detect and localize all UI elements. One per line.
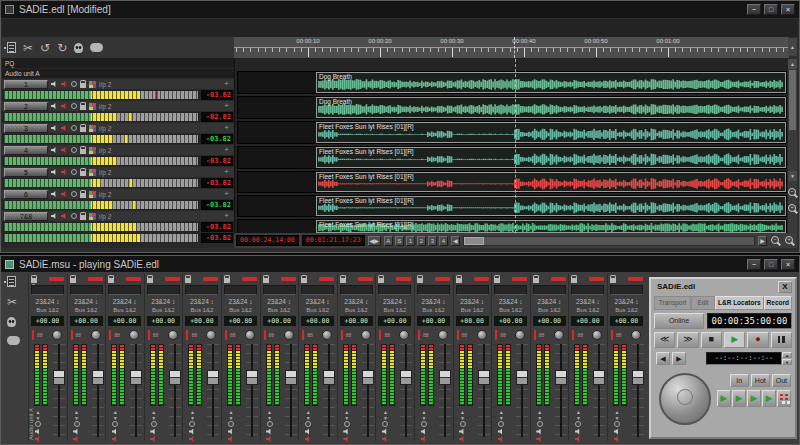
track-header[interactable]: 6 i/p 2 + <box>2 189 234 199</box>
channel-route[interactable]: 23&24 <box>422 298 441 305</box>
record-ready-button[interactable] <box>777 390 791 407</box>
channel-bus[interactable]: Bus 1&2 <box>68 307 105 313</box>
mute-indicator[interactable] <box>512 277 527 281</box>
comment-icon[interactable] <box>90 43 103 52</box>
muted-speaker-icon[interactable] <box>61 213 68 219</box>
audio-clip[interactable]: Fleet Foxes Sun lyt Rises [01][R] <box>316 196 786 216</box>
mute-indicator[interactable] <box>281 277 296 281</box>
triangle-down-icon[interactable]: ▼ <box>499 416 504 420</box>
muted-speaker-icon[interactable] <box>459 436 466 442</box>
tab-transport[interactable]: Transport <box>654 296 691 310</box>
speaker-icon[interactable] <box>459 429 466 435</box>
muted-speaker-icon[interactable] <box>575 436 582 442</box>
audio-clip[interactable]: Fleet Foxes Sun lyt Rises [01][R] <box>316 122 786 143</box>
channel-gain-value[interactable]: +00.00 <box>301 316 334 326</box>
edit-list-icon[interactable] <box>7 276 16 287</box>
channel-gain-value[interactable]: +00.00 <box>185 316 218 326</box>
online-button[interactable]: Online <box>654 313 704 329</box>
channel-bus[interactable]: Bus 1&2 <box>145 307 182 313</box>
route-spinner-icon[interactable]: ↕ <box>288 298 291 305</box>
speaker-icon[interactable] <box>382 429 389 435</box>
channel-label-box[interactable] <box>340 285 373 295</box>
record-arm-icon[interactable] <box>71 103 77 109</box>
track-header[interactable]: 3 i/p 2 + <box>2 123 234 133</box>
channel-gain-value[interactable]: +00.00 <box>417 316 450 326</box>
channel-label-box[interactable] <box>417 285 450 295</box>
mute-indicator[interactable] <box>628 277 643 281</box>
fader-cap[interactable] <box>478 370 490 385</box>
route-spinner-icon[interactable]: ↕ <box>481 298 484 305</box>
clip-area[interactable]: Fleet Foxes Sun lyt Rises [01][R] Fleet … <box>234 59 789 233</box>
channel-fader[interactable] <box>285 344 297 437</box>
scrub-button-s[interactable]: S <box>395 236 404 246</box>
channel-bus[interactable]: Bus 1&2 <box>569 307 606 313</box>
channel-label-box[interactable] <box>494 285 527 295</box>
track-header[interactable]: 5 i/p 2 + <box>2 167 234 177</box>
muted-speaker-icon[interactable] <box>61 125 68 131</box>
triangle-up-icon[interactable]: ▲ <box>151 410 156 414</box>
triangle-down-icon[interactable]: ▼ <box>113 416 118 420</box>
triangle-down-icon[interactable]: ▼ <box>615 416 620 420</box>
maximize-button[interactable]: □ <box>764 259 778 270</box>
scrub-button-3[interactable]: 3 <box>428 236 437 246</box>
audio-clip[interactable]: Dog Breath <box>316 97 786 118</box>
channel-gain-value[interactable]: +00.00 <box>494 316 527 326</box>
channel-route[interactable]: 23&24 <box>151 298 170 305</box>
vertical-scroll-thumb[interactable] <box>789 70 796 130</box>
audio-clip[interactable]: Dog Breath <box>316 72 786 93</box>
channel-gain-value[interactable]: +00.00 <box>224 316 257 326</box>
muted-speaker-icon[interactable] <box>536 436 543 442</box>
channel-route[interactable]: 23&24 <box>74 298 93 305</box>
expand-icon[interactable]: + <box>224 212 232 220</box>
hot-button[interactable]: Hot <box>751 374 770 387</box>
zoom-out-icon[interactable]: − <box>787 187 798 198</box>
lock-icon[interactable] <box>80 127 86 132</box>
edl-titlebar[interactable]: SADiE.edl [Modified] − □ × <box>1 1 799 18</box>
mixer-titlebar[interactable]: SADiE.msu - playing SADiE.edl − □ × <box>1 256 799 272</box>
lock-icon[interactable] <box>31 278 37 283</box>
channel-fader[interactable] <box>246 344 258 437</box>
channel-bus[interactable]: Bus 1&2 <box>492 307 529 313</box>
lock-icon[interactable] <box>185 278 191 283</box>
record-arm-icon[interactable] <box>421 421 427 427</box>
lock-icon[interactable] <box>456 278 462 283</box>
route-spinner-icon[interactable]: ↕ <box>133 298 136 305</box>
channel-strip[interactable]: 23&24 ↕ Bus 1&2 +00.00 88 ▲ ▼ <box>144 274 182 441</box>
scroll-up-arrow-icon[interactable]: ▲ <box>788 38 797 56</box>
muted-speaker-icon[interactable] <box>189 436 196 442</box>
speaker-icon[interactable] <box>51 125 58 131</box>
muted-speaker-icon[interactable] <box>498 436 505 442</box>
jog-wheel[interactable] <box>659 373 711 425</box>
track-lane[interactable]: Fleet Foxes Sun lyt Rises [01][R] <box>237 195 787 217</box>
channel-label-box[interactable] <box>147 285 180 295</box>
routing-grid-icon[interactable] <box>89 103 96 110</box>
fader-cap[interactable] <box>555 370 567 385</box>
close-button[interactable]: × <box>781 4 795 15</box>
channel-strip[interactable]: 23&24 ↕ Bus 1&2 +00.00 88 ▲ ▼ <box>607 274 645 441</box>
channel-bus[interactable]: Bus 1&2 <box>454 307 491 313</box>
pan-knob[interactable] <box>592 330 602 340</box>
record-arm-icon[interactable] <box>305 421 311 427</box>
tab-record[interactable]: Record <box>764 296 792 310</box>
routing-grid-icon[interactable] <box>89 125 96 132</box>
triangle-down-icon[interactable]: ▼ <box>306 416 311 420</box>
muted-speaker-icon[interactable] <box>61 103 68 109</box>
pause-button[interactable] <box>771 332 792 348</box>
scrub-button-a[interactable]: A <box>384 236 393 246</box>
speaker-icon[interactable] <box>51 81 58 87</box>
fader-cap[interactable] <box>169 370 181 385</box>
track-number-button[interactable]: 5 <box>4 168 48 177</box>
channel-gain-value[interactable]: +00.00 <box>147 316 180 326</box>
record-arm-icon[interactable] <box>71 191 77 197</box>
record-arm-icon[interactable] <box>189 421 195 427</box>
zoom-in-icon[interactable]: + <box>787 203 798 214</box>
record-arm-icon[interactable] <box>112 421 118 427</box>
channel-route[interactable]: 23&24 <box>344 298 363 305</box>
comment-icon[interactable] <box>7 336 20 345</box>
routing-grid-icon[interactable] <box>89 213 96 220</box>
channel-strip[interactable]: 23&24 ↕ Bus 1&2 +00.00 88 ▲ ▼ <box>530 274 568 441</box>
track-number-button[interactable]: 1 <box>4 80 48 89</box>
track-number-button[interactable]: 3 <box>4 124 48 133</box>
spin-up-icon[interactable]: ▲ <box>782 352 792 358</box>
lock-icon[interactable] <box>80 149 86 154</box>
